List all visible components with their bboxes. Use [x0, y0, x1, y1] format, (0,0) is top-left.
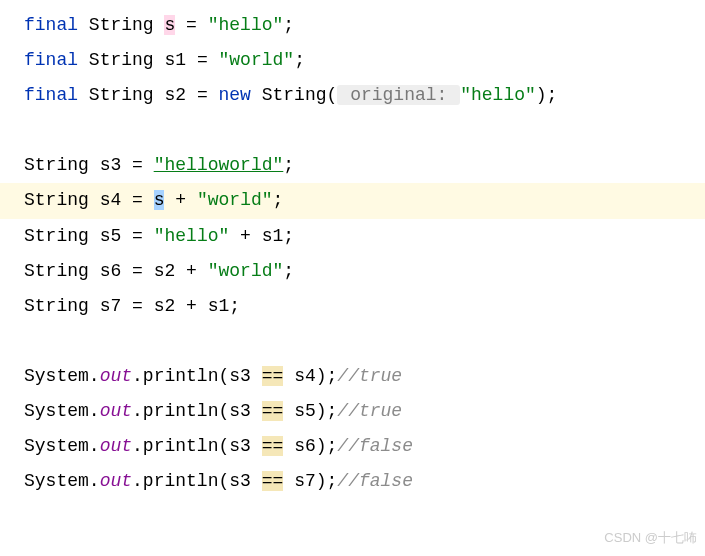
param-hint: original: — [337, 85, 460, 105]
string-literal: "hello" — [460, 85, 536, 105]
op-eqeq: == — [262, 401, 284, 421]
op-eq: = — [186, 15, 197, 35]
rparen: ) — [316, 366, 327, 386]
code-line-5-current[interactable]: String s4 = s + "world"; — [0, 183, 705, 218]
string-literal: "hello" — [208, 15, 284, 35]
code-line-4[interactable]: String s3 = "helloworld"; — [0, 148, 705, 183]
type-string: String — [24, 226, 89, 246]
code-line-1[interactable]: final String s = "hello"; — [0, 8, 705, 43]
code-line-print-2[interactable]: System.out.println(s3 == s5);//true — [0, 394, 705, 429]
arg-s6: s6 — [294, 436, 316, 456]
op-eq: = — [132, 261, 143, 281]
type-string: String — [89, 50, 154, 70]
rparen: ) — [316, 436, 327, 456]
class-system: System — [24, 471, 89, 491]
type-string: String — [89, 85, 154, 105]
semicolon: ; — [327, 436, 338, 456]
semicolon: ; — [327, 401, 338, 421]
semicolon: ; — [283, 155, 294, 175]
type-string: String — [24, 261, 89, 281]
dot: . — [132, 366, 143, 386]
dot: . — [89, 401, 100, 421]
type-string: String — [24, 155, 89, 175]
op-eq: = — [132, 226, 143, 246]
op-eq: = — [132, 155, 143, 175]
ctor-string: String — [262, 85, 327, 105]
semicolon: ; — [327, 366, 338, 386]
op-eqeq: == — [262, 471, 284, 491]
code-line-print-1[interactable]: System.out.println(s3 == s4);//true — [0, 359, 705, 394]
code-line-blank[interactable] — [0, 113, 705, 148]
var-s5: s5 — [100, 226, 122, 246]
dot: . — [89, 471, 100, 491]
op-eq: = — [132, 296, 143, 316]
var-ref-s2: s2 — [154, 296, 176, 316]
semicolon: ; — [283, 226, 294, 246]
code-line-8[interactable]: String s7 = s2 + s1; — [0, 289, 705, 324]
arg-s3: s3 — [229, 401, 251, 421]
dot: . — [132, 436, 143, 456]
type-string: String — [89, 15, 154, 35]
lparen: ( — [218, 436, 229, 456]
field-out: out — [100, 401, 132, 421]
var-s4: s4 — [100, 190, 122, 210]
dot: . — [132, 471, 143, 491]
arg-s4: s4 — [294, 366, 316, 386]
comment: //true — [337, 366, 402, 386]
var-ref-s2: s2 — [154, 261, 176, 281]
op-plus: + — [175, 190, 186, 210]
field-out: out — [100, 471, 132, 491]
code-line-blank[interactable] — [0, 324, 705, 359]
arg-s3: s3 — [229, 436, 251, 456]
rparen: ) — [536, 85, 547, 105]
method-println: println — [143, 401, 219, 421]
arg-s5: s5 — [294, 401, 316, 421]
type-string: String — [24, 190, 89, 210]
comment: //true — [337, 401, 402, 421]
op-eqeq: == — [262, 436, 284, 456]
comment: //false — [337, 436, 413, 456]
lparen: ( — [327, 85, 338, 105]
method-println: println — [143, 366, 219, 386]
dot: . — [89, 436, 100, 456]
var-s3: s3 — [100, 155, 122, 175]
code-line-6[interactable]: String s5 = "hello" + s1; — [0, 219, 705, 254]
dot: . — [89, 366, 100, 386]
var-ref-s1: s1 — [262, 226, 284, 246]
code-line-print-3[interactable]: System.out.println(s3 == s6);//false — [0, 429, 705, 464]
semicolon: ; — [283, 15, 294, 35]
field-out: out — [100, 366, 132, 386]
semicolon: ; — [283, 261, 294, 281]
op-eq: = — [197, 85, 208, 105]
op-eqeq: == — [262, 366, 284, 386]
semicolon: ; — [273, 190, 284, 210]
op-plus: + — [186, 261, 197, 281]
class-system: System — [24, 436, 89, 456]
var-s6: s6 — [100, 261, 122, 281]
var-s2: s2 — [164, 85, 186, 105]
dot: . — [132, 401, 143, 421]
code-line-3[interactable]: final String s2 = new String( original: … — [0, 78, 705, 113]
op-eq: = — [197, 50, 208, 70]
string-literal: "world" — [219, 50, 295, 70]
keyword-final: final — [24, 85, 78, 105]
arg-s3: s3 — [229, 366, 251, 386]
keyword-final: final — [24, 50, 78, 70]
var-ref-s1: s1 — [208, 296, 230, 316]
code-line-2[interactable]: final String s1 = "world"; — [0, 43, 705, 78]
arg-s7: s7 — [294, 471, 316, 491]
code-line-print-4[interactable]: System.out.println(s3 == s7);//false — [0, 464, 705, 499]
var-s: s — [164, 15, 175, 35]
op-plus: + — [240, 226, 251, 246]
var-s7: s7 — [100, 296, 122, 316]
rparen: ) — [316, 471, 327, 491]
lparen: ( — [218, 471, 229, 491]
rparen: ) — [316, 401, 327, 421]
code-line-7[interactable]: String s6 = s2 + "world"; — [0, 254, 705, 289]
op-plus: + — [186, 296, 197, 316]
op-eq: = — [132, 190, 143, 210]
type-string: String — [24, 296, 89, 316]
lparen: ( — [218, 366, 229, 386]
string-literal: "hello" — [154, 226, 230, 246]
method-println: println — [143, 471, 219, 491]
